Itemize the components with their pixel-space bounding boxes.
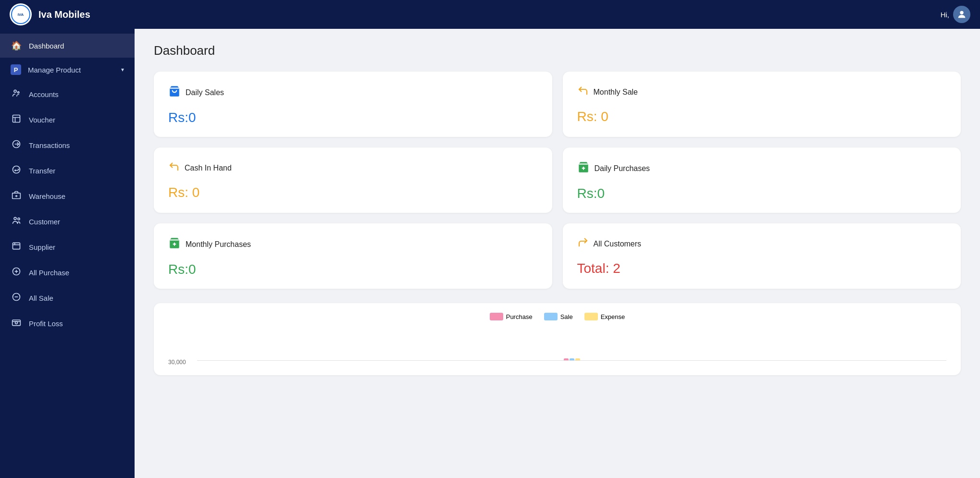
sidebar-label-warehouse: Warehouse [29, 192, 124, 200]
all-sale-icon [11, 292, 22, 304]
sidebar-item-profit-loss[interactable]: Profit Loss [0, 311, 135, 336]
app-logo: IVA [10, 3, 32, 25]
svg-point-1 [14, 90, 16, 92]
sidebar-item-supplier[interactable]: Supplier [0, 234, 135, 260]
card-daily-sales-value: Rs:0 [168, 110, 538, 125]
legend-expense-color [584, 313, 598, 320]
main-content: Dashboard Daily Sales Rs:0 [135, 29, 980, 478]
monthly-sale-icon [577, 85, 589, 99]
card-daily-purchases-header: Daily Purchases [577, 161, 947, 176]
sidebar-label-all-sale: All Sale [29, 294, 124, 302]
card-monthly-purchases-title: Monthly Purchases [186, 240, 251, 249]
svg-point-10 [18, 218, 20, 220]
sidebar-label-voucher: Voucher [29, 116, 124, 124]
svg-rect-11 [13, 243, 20, 249]
sidebar: 🏠 Dashboard P Manage Product ▾ Accounts … [0, 29, 135, 478]
profit-loss-icon [11, 318, 22, 330]
card-all-customers-title: All Customers [594, 240, 642, 248]
app-header: IVA Iva Mobiles Hi, [0, 0, 980, 29]
sidebar-label-all-purchase: All Purchase [29, 269, 124, 277]
sidebar-label-manage-product: Manage Product [28, 66, 114, 74]
daily-sales-icon [168, 85, 181, 100]
svg-point-0 [960, 11, 963, 14]
home-icon: 🏠 [11, 40, 22, 51]
customer-icon [11, 216, 22, 228]
sidebar-item-dashboard[interactable]: 🏠 Dashboard [0, 34, 135, 58]
sidebar-label-transactions: Transactions [29, 141, 124, 149]
supplier-icon [11, 241, 22, 253]
cash-in-hand-icon [168, 161, 180, 175]
card-cash-in-hand-title: Cash In Hand [185, 164, 232, 172]
transactions-icon [11, 139, 22, 151]
svg-point-9 [14, 217, 16, 220]
card-daily-purchases-value: Rs:0 [577, 186, 947, 201]
chart-bar-group-1 [197, 358, 946, 360]
logo-inner: IVA [11, 5, 30, 24]
sidebar-label-transfer: Transfer [29, 167, 124, 175]
monthly-purchases-icon [168, 237, 181, 252]
card-monthly-sale-header: Monthly Sale [577, 85, 947, 99]
card-all-customers: All Customers Total: 2 [563, 223, 961, 289]
sidebar-label-accounts: Accounts [29, 90, 124, 98]
header-left: IVA Iva Mobiles [10, 3, 90, 25]
sidebar-label-supplier: Supplier [29, 243, 124, 251]
card-daily-sales: Daily Sales Rs:0 [154, 72, 552, 137]
chart-bar-expense [575, 358, 580, 360]
sidebar-item-accounts[interactable]: Accounts [0, 82, 135, 107]
sidebar-label-customer: Customer [29, 218, 124, 226]
card-monthly-sale-value: Rs: 0 [577, 109, 947, 124]
hi-text: Hi, [941, 11, 949, 19]
card-daily-sales-header: Daily Sales [168, 85, 538, 100]
card-monthly-sale-title: Monthly Sale [594, 88, 638, 97]
sidebar-label-dashboard: Dashboard [29, 42, 124, 50]
chart-area: Purchase Sale Expense 30,000 [154, 303, 961, 375]
card-cash-in-hand-value: Rs: 0 [168, 185, 538, 200]
legend-purchase-label: Purchase [506, 313, 533, 320]
chevron-down-icon: ▾ [121, 66, 124, 73]
sidebar-item-transactions[interactable]: Transactions [0, 133, 135, 158]
svg-rect-3 [13, 115, 20, 123]
app-title: Iva Mobiles [38, 9, 90, 20]
legend-expense-label: Expense [601, 313, 625, 320]
sidebar-item-transfer[interactable]: Transfer [0, 158, 135, 184]
sidebar-item-voucher[interactable]: Voucher [0, 107, 135, 133]
page-title: Dashboard [154, 43, 961, 58]
card-all-customers-value: Total: 2 [577, 261, 947, 276]
chart-y-label: 30,000 [168, 359, 186, 366]
card-monthly-purchases: Monthly Purchases Rs:0 [154, 223, 552, 289]
user-avatar[interactable] [953, 6, 970, 23]
card-daily-sales-title: Daily Sales [186, 88, 224, 97]
all-customers-icon [577, 237, 589, 251]
legend-sale-color [544, 313, 558, 320]
legend-expense: Expense [584, 313, 625, 320]
svg-point-2 [18, 92, 19, 93]
card-daily-purchases: Daily Purchases Rs:0 [563, 147, 961, 213]
accounts-icon [11, 88, 22, 100]
sidebar-item-manage-product[interactable]: P Manage Product ▾ [0, 58, 135, 82]
card-monthly-purchases-header: Monthly Purchases [168, 237, 538, 252]
chart-legend: Purchase Sale Expense [168, 313, 946, 320]
dashboard-cards: Daily Sales Rs:0 Monthly Sale Rs: 0 [154, 72, 961, 289]
card-monthly-sale: Monthly Sale Rs: 0 [563, 72, 961, 137]
legend-sale: Sale [544, 313, 573, 320]
daily-purchases-icon [577, 161, 590, 176]
sidebar-item-warehouse[interactable]: Warehouse [0, 184, 135, 209]
warehouse-icon [11, 190, 22, 202]
sidebar-item-all-purchase[interactable]: All Purchase [0, 260, 135, 285]
legend-purchase-color [490, 313, 503, 320]
card-daily-purchases-title: Daily Purchases [595, 164, 650, 173]
voucher-icon [11, 114, 22, 126]
sidebar-item-customer[interactable]: Customer [0, 209, 135, 234]
manage-product-icon: P [11, 64, 21, 75]
card-cash-in-hand: Cash In Hand Rs: 0 [154, 147, 552, 213]
svg-rect-19 [12, 320, 21, 326]
card-monthly-purchases-value: Rs:0 [168, 262, 538, 277]
card-cash-in-hand-header: Cash In Hand [168, 161, 538, 175]
sidebar-item-all-sale[interactable]: All Sale [0, 285, 135, 311]
header-right: Hi, [941, 6, 970, 23]
legend-purchase: Purchase [490, 313, 533, 320]
chart-bars [197, 327, 946, 361]
transfer-icon [11, 165, 22, 177]
sidebar-label-profit-loss: Profit Loss [29, 319, 124, 328]
chart-wrapper: 30,000 [168, 327, 946, 366]
